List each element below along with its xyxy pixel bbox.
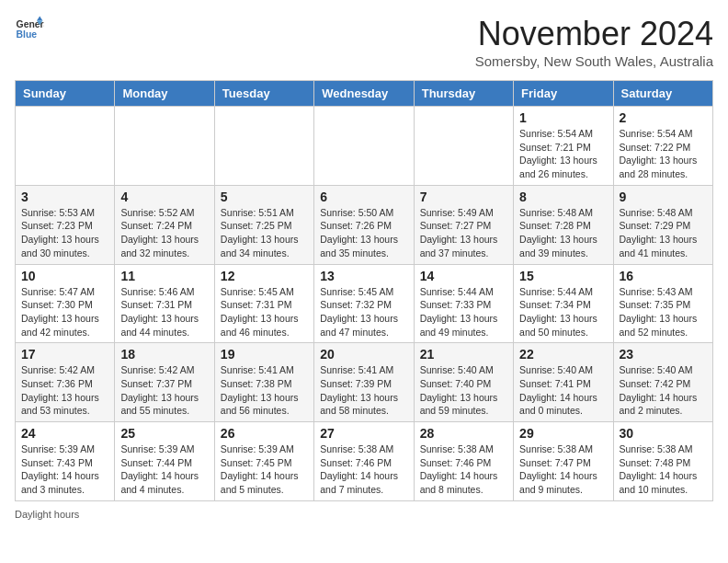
calendar-cell: 4Sunrise: 5:52 AM Sunset: 7:24 PM Daylig… [115, 185, 214, 264]
calendar-col-wednesday: Wednesday [314, 81, 414, 107]
day-number: 12 [221, 269, 308, 283]
day-number: 1 [519, 110, 607, 125]
day-info: Sunrise: 5:44 AM Sunset: 7:33 PM Dayligh… [420, 285, 507, 339]
day-info: Sunrise: 5:38 AM Sunset: 7:46 PM Dayligh… [420, 442, 507, 497]
day-info: Sunrise: 5:47 AM Sunset: 7:30 PM Dayligh… [21, 285, 108, 339]
calendar-col-sunday: Sunday [16, 81, 115, 107]
calendar-cell [314, 107, 414, 186]
calendar-cell: 23Sunrise: 5:40 AM Sunset: 7:42 PM Dayli… [613, 343, 712, 422]
calendar-col-monday: Monday [115, 81, 214, 107]
calendar-cell: 11Sunrise: 5:46 AM Sunset: 7:31 PM Dayli… [115, 264, 214, 343]
day-info: Sunrise: 5:54 AM Sunset: 7:22 PM Dayligh… [620, 127, 707, 181]
calendar-cell: 21Sunrise: 5:40 AM Sunset: 7:40 PM Dayli… [414, 343, 513, 422]
day-number: 9 [620, 190, 707, 204]
calendar-header-row: SundayMondayTuesdayWednesdayThursdayFrid… [16, 81, 713, 107]
day-number: 27 [320, 426, 407, 441]
day-info: Sunrise: 5:38 AM Sunset: 7:46 PM Dayligh… [320, 442, 407, 497]
calendar-cell: 22Sunrise: 5:40 AM Sunset: 7:41 PM Dayli… [514, 343, 613, 422]
calendar-cell: 2Sunrise: 5:54 AM Sunset: 7:22 PM Daylig… [613, 107, 712, 186]
calendar-cell: 28Sunrise: 5:38 AM Sunset: 7:46 PM Dayli… [414, 422, 513, 501]
calendar-cell: 7Sunrise: 5:49 AM Sunset: 7:27 PM Daylig… [414, 185, 513, 264]
day-number: 20 [320, 347, 407, 362]
day-info: Sunrise: 5:50 AM Sunset: 7:26 PM Dayligh… [320, 206, 407, 260]
calendar-cell: 14Sunrise: 5:44 AM Sunset: 7:33 PM Dayli… [414, 264, 513, 343]
footer: Daylight hours [15, 509, 713, 520]
month-title: November 2024 [475, 15, 713, 53]
day-number: 26 [221, 426, 308, 441]
calendar-col-saturday: Saturday [613, 81, 712, 107]
calendar-cell: 27Sunrise: 5:38 AM Sunset: 7:46 PM Dayli… [314, 422, 414, 501]
svg-text:Blue: Blue [17, 29, 38, 40]
day-number: 21 [420, 347, 507, 362]
day-info: Sunrise: 5:42 AM Sunset: 7:37 PM Dayligh… [120, 363, 208, 418]
calendar-cell: 9Sunrise: 5:48 AM Sunset: 7:29 PM Daylig… [613, 185, 712, 264]
calendar-col-friday: Friday [514, 81, 613, 107]
day-info: Sunrise: 5:48 AM Sunset: 7:29 PM Dayligh… [620, 206, 707, 260]
calendar-cell: 12Sunrise: 5:45 AM Sunset: 7:31 PM Dayli… [214, 264, 313, 343]
title-block: November 2024 Somersby, New South Wales,… [475, 15, 713, 69]
day-number: 18 [120, 347, 208, 362]
day-number: 24 [21, 426, 108, 441]
calendar-cell: 19Sunrise: 5:41 AM Sunset: 7:38 PM Dayli… [214, 343, 313, 422]
calendar-cell: 8Sunrise: 5:48 AM Sunset: 7:28 PM Daylig… [514, 185, 613, 264]
calendar-col-thursday: Thursday [414, 81, 513, 107]
day-number: 22 [519, 347, 607, 362]
svg-marker-2 [37, 17, 42, 21]
calendar-cell: 5Sunrise: 5:51 AM Sunset: 7:25 PM Daylig… [214, 185, 313, 264]
day-number: 10 [21, 269, 108, 283]
day-number: 30 [620, 426, 707, 441]
day-number: 5 [221, 190, 308, 204]
day-info: Sunrise: 5:38 AM Sunset: 7:47 PM Dayligh… [519, 442, 607, 497]
calendar-cell: 20Sunrise: 5:41 AM Sunset: 7:39 PM Dayli… [314, 343, 414, 422]
day-number: 7 [420, 190, 507, 204]
day-info: Sunrise: 5:48 AM Sunset: 7:28 PM Dayligh… [519, 206, 607, 260]
day-number: 17 [21, 347, 108, 362]
location: Somersby, New South Wales, Australia [475, 53, 713, 69]
day-info: Sunrise: 5:38 AM Sunset: 7:48 PM Dayligh… [620, 442, 707, 497]
calendar-week-row: 3Sunrise: 5:53 AM Sunset: 7:23 PM Daylig… [16, 185, 713, 264]
calendar-cell: 13Sunrise: 5:45 AM Sunset: 7:32 PM Dayli… [314, 264, 414, 343]
day-number: 14 [420, 269, 507, 283]
day-number: 13 [320, 269, 407, 283]
day-number: 8 [519, 190, 607, 204]
day-info: Sunrise: 5:45 AM Sunset: 7:31 PM Dayligh… [221, 285, 308, 339]
day-number: 3 [21, 190, 108, 204]
day-number: 2 [620, 110, 707, 125]
day-info: Sunrise: 5:39 AM Sunset: 7:45 PM Dayligh… [221, 442, 308, 497]
calendar-cell: 30Sunrise: 5:38 AM Sunset: 7:48 PM Dayli… [613, 422, 712, 501]
calendar-cell [16, 107, 115, 186]
calendar-week-row: 10Sunrise: 5:47 AM Sunset: 7:30 PM Dayli… [16, 264, 713, 343]
day-info: Sunrise: 5:43 AM Sunset: 7:35 PM Dayligh… [620, 285, 707, 339]
calendar-week-row: 17Sunrise: 5:42 AM Sunset: 7:36 PM Dayli… [16, 343, 713, 422]
day-number: 23 [620, 347, 707, 362]
calendar-cell: 24Sunrise: 5:39 AM Sunset: 7:43 PM Dayli… [16, 422, 115, 501]
logo-icon: General Blue [15, 15, 44, 44]
day-number: 6 [320, 190, 407, 204]
calendar-table: SundayMondayTuesdayWednesdayThursdayFrid… [15, 80, 713, 501]
calendar-cell: 26Sunrise: 5:39 AM Sunset: 7:45 PM Dayli… [214, 422, 313, 501]
calendar-week-row: 1Sunrise: 5:54 AM Sunset: 7:21 PM Daylig… [16, 107, 713, 186]
day-number: 19 [221, 347, 308, 362]
day-info: Sunrise: 5:42 AM Sunset: 7:36 PM Dayligh… [21, 363, 108, 418]
day-info: Sunrise: 5:39 AM Sunset: 7:44 PM Dayligh… [120, 442, 208, 497]
day-info: Sunrise: 5:46 AM Sunset: 7:31 PM Dayligh… [120, 285, 208, 339]
day-number: 25 [120, 426, 208, 441]
day-info: Sunrise: 5:44 AM Sunset: 7:34 PM Dayligh… [519, 285, 607, 339]
calendar-cell [214, 107, 313, 186]
calendar-cell: 16Sunrise: 5:43 AM Sunset: 7:35 PM Dayli… [613, 264, 712, 343]
calendar-cell: 3Sunrise: 5:53 AM Sunset: 7:23 PM Daylig… [16, 185, 115, 264]
day-number: 29 [519, 426, 607, 441]
calendar-cell: 25Sunrise: 5:39 AM Sunset: 7:44 PM Dayli… [115, 422, 214, 501]
day-info: Sunrise: 5:45 AM Sunset: 7:32 PM Dayligh… [320, 285, 407, 339]
daylight-hours-label: Daylight hours [15, 509, 79, 520]
page-header: General Blue November 2024 Somersby, New… [15, 15, 713, 69]
calendar-cell: 29Sunrise: 5:38 AM Sunset: 7:47 PM Dayli… [514, 422, 613, 501]
calendar-cell: 10Sunrise: 5:47 AM Sunset: 7:30 PM Dayli… [16, 264, 115, 343]
calendar-cell: 17Sunrise: 5:42 AM Sunset: 7:36 PM Dayli… [16, 343, 115, 422]
day-info: Sunrise: 5:54 AM Sunset: 7:21 PM Dayligh… [519, 127, 607, 181]
calendar-cell: 6Sunrise: 5:50 AM Sunset: 7:26 PM Daylig… [314, 185, 414, 264]
day-number: 4 [120, 190, 208, 204]
day-info: Sunrise: 5:41 AM Sunset: 7:39 PM Dayligh… [320, 363, 407, 418]
calendar-cell: 18Sunrise: 5:42 AM Sunset: 7:37 PM Dayli… [115, 343, 214, 422]
day-info: Sunrise: 5:40 AM Sunset: 7:40 PM Dayligh… [420, 363, 507, 418]
